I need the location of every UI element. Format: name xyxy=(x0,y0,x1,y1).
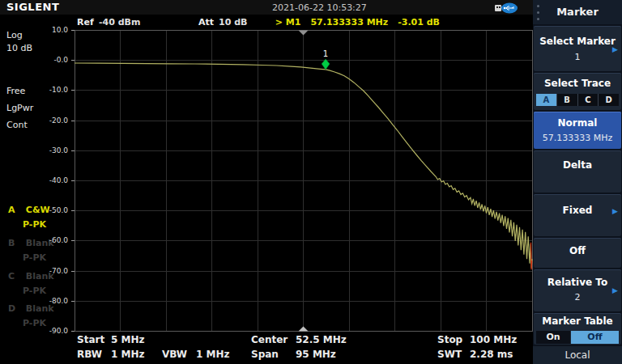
y-axis-tick-label: -50.0 xyxy=(0,206,68,214)
tab-trace-d[interactable]: D xyxy=(599,94,619,106)
marker-delta-label: Delta xyxy=(534,150,621,171)
marker-readout: > M1 57.133333 MHz -3.01 dB xyxy=(275,17,440,28)
trace-tabs: A B C D xyxy=(536,94,619,106)
scale-per-div-label: 10 dB xyxy=(6,43,32,53)
marker-readout-level: -3.01 dB xyxy=(398,17,440,28)
marker-normal-button[interactable]: Normal 57.133333 MHz xyxy=(534,112,621,149)
y-axis-tick-label: -40.0 xyxy=(0,176,68,184)
start-freq-label: Start xyxy=(77,333,111,346)
tab-trace-a[interactable]: A xyxy=(536,94,557,106)
relative-to-button[interactable]: Relative To 2 ▶ xyxy=(534,269,621,311)
y-axis-tick-label: -20.0 xyxy=(0,116,68,125)
submenu-arrow-icon: ▶ xyxy=(612,207,618,215)
menu-title: Marker xyxy=(533,0,622,24)
softkey-menu-panel: Marker Select Marker 1 ▶ Select Trace A … xyxy=(533,0,622,364)
trace-d-id: D xyxy=(8,303,23,314)
top-bar: SIGLENT 2021-06-22 10:53:27 xyxy=(0,0,533,15)
span-label: Span xyxy=(251,348,296,361)
marker-delta-button[interactable]: Delta xyxy=(534,150,621,193)
stop-freq-value: 100 MHz xyxy=(470,333,517,346)
local-button[interactable]: Local xyxy=(533,346,622,364)
marker-table-toggle: On Off xyxy=(536,331,619,344)
center-freq-field: Center 52.5 MHz xyxy=(251,333,347,346)
select-trace-label: Select Trace xyxy=(534,73,621,89)
stop-freq-field: Stop 100 MHz xyxy=(437,333,517,346)
marker-readout-freq: 57.133333 MHz xyxy=(310,17,388,28)
swt-value: 2.28 ms xyxy=(470,348,513,361)
attenuation-label: Att xyxy=(198,17,214,28)
start-freq-value: 5 MHz xyxy=(111,333,145,346)
marker-fixed-button[interactable]: Fixed ▶ xyxy=(534,194,621,236)
span-value: 95 MHz xyxy=(296,348,336,361)
center-freq-value: 52.5 MHz xyxy=(296,333,347,346)
relative-to-value: 2 xyxy=(534,288,621,303)
clock-timestamp: 2021-06-22 10:53:27 xyxy=(272,2,367,13)
ref-level-label: Ref xyxy=(77,17,94,28)
y-axis-tick-label: -30.0 xyxy=(0,146,68,154)
ref-level-value: -40 dBm xyxy=(99,17,140,28)
vbw-field: VBW 1 MHz xyxy=(162,348,230,361)
tab-trace-b[interactable]: B xyxy=(557,94,578,106)
marker-table-button[interactable]: Marker Table On Off xyxy=(534,313,621,345)
marker-off-label: Off xyxy=(534,238,621,256)
swt-label: SWT xyxy=(437,348,470,361)
select-trace-button[interactable]: Select Trace A B C D xyxy=(534,73,621,110)
trace-c-detector: P-PK xyxy=(23,286,46,296)
menu-dots-icon xyxy=(537,5,540,24)
marker-normal-value: 57.133333 MHz xyxy=(534,129,621,143)
power-mode-label: LgPwr xyxy=(6,103,33,113)
trace-b-detector: P-PK xyxy=(23,252,46,263)
y-axis-tick-label: -60.0 xyxy=(0,236,68,244)
spectrum-analyzer-screen: SIGLENT 2021-06-22 10:53:27 Ref -40 dBm … xyxy=(0,0,622,364)
y-axis-tick-label: 10.0 xyxy=(0,26,68,34)
y-axis-tick-label: -0.0 xyxy=(0,56,68,64)
y-axis-tick-label: -10.0 xyxy=(0,86,68,94)
swt-field: SWT 2.28 ms xyxy=(437,348,513,361)
status-row: Ref -40 dBm Att 10 dB > M1 57.133333 MHz… xyxy=(0,15,533,30)
span-field: Span 95 MHz xyxy=(251,348,336,361)
marker-normal-label: Normal xyxy=(534,112,621,129)
relative-to-label: Relative To xyxy=(534,269,621,288)
attenuation-value: 10 dB xyxy=(219,17,247,28)
trace-d-row: D Blank xyxy=(8,303,54,314)
y-axis-tick-label: -90.0 xyxy=(0,327,68,335)
vbw-value: 1 MHz xyxy=(196,348,230,361)
select-marker-button[interactable]: Select Marker 1 ▶ xyxy=(534,26,621,71)
select-marker-label: Select Marker xyxy=(534,26,621,47)
submenu-arrow-icon: ▶ xyxy=(612,45,618,53)
marker-table-on-option[interactable]: On xyxy=(536,331,570,344)
siglent-logo: SIGLENT xyxy=(6,1,59,13)
marker-table-label: Marker Table xyxy=(534,313,621,327)
rbw-field: RBW 1 MHz xyxy=(77,348,145,361)
rbw-label: RBW xyxy=(77,348,111,361)
select-marker-value: 1 xyxy=(534,47,621,62)
trace-d-mode: Blank xyxy=(26,303,54,314)
start-freq-field: Start 5 MHz xyxy=(77,333,145,346)
marker-1-label: 1 xyxy=(323,49,328,58)
tab-trace-c[interactable]: C xyxy=(578,94,599,106)
rbw-value: 1 MHz xyxy=(111,348,145,361)
submenu-arrow-icon: ▶ xyxy=(612,286,618,294)
trace-a-detector: P-PK xyxy=(23,219,46,230)
marker-fixed-label: Fixed xyxy=(534,194,621,216)
y-axis-tick-label: -70.0 xyxy=(0,267,68,275)
stop-freq-label: Stop xyxy=(437,333,470,346)
marker-table-off-option[interactable]: Off xyxy=(571,331,619,344)
vbw-label: VBW xyxy=(162,348,196,361)
marker-readout-id: > M1 xyxy=(275,17,301,28)
y-axis-tick-label: -80.0 xyxy=(0,297,68,305)
marker-off-button[interactable]: Off xyxy=(534,238,621,268)
center-freq-label: Center xyxy=(251,333,296,346)
spectrum-plot: 1 xyxy=(71,30,533,332)
